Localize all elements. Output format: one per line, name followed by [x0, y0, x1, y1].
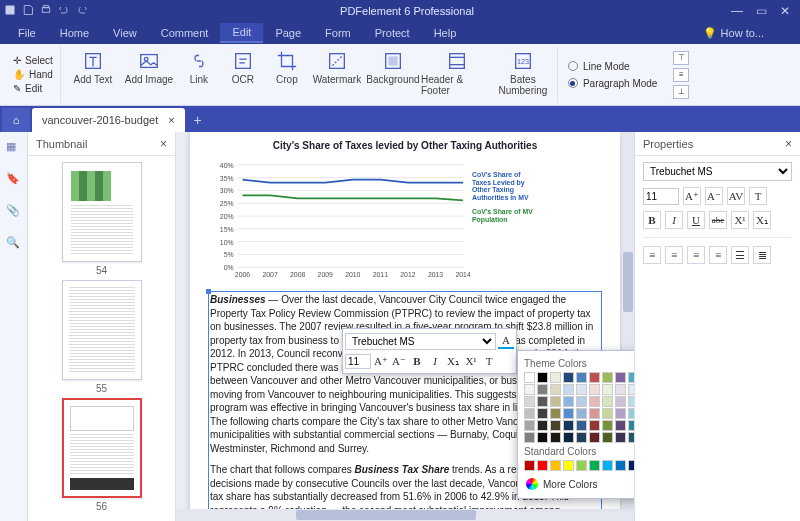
color-swatch[interactable] — [550, 408, 561, 419]
color-swatch[interactable] — [589, 420, 600, 431]
color-swatch[interactable] — [576, 396, 587, 407]
color-swatch[interactable] — [550, 432, 561, 443]
color-swatch[interactable] — [576, 432, 587, 443]
close-panel-icon[interactable]: × — [160, 137, 167, 151]
color-swatch[interactable] — [537, 384, 548, 395]
align-left-icon[interactable]: ≡ — [643, 246, 661, 264]
color-swatch[interactable] — [615, 432, 626, 443]
color-swatch[interactable] — [537, 372, 548, 383]
italic-icon[interactable]: I — [665, 211, 683, 229]
thumbnail-list[interactable]: 54 55 56 — [28, 156, 175, 521]
maximize-button[interactable]: ▭ — [750, 2, 772, 20]
color-swatch[interactable] — [628, 460, 634, 471]
color-swatch[interactable] — [563, 372, 574, 383]
color-swatch[interactable] — [589, 460, 600, 471]
more-colors-button[interactable]: More Colors — [524, 476, 634, 492]
thumbnail-item[interactable]: 54 — [60, 162, 144, 276]
color-swatch[interactable] — [563, 460, 574, 471]
color-swatch[interactable] — [576, 460, 587, 471]
edit-tool[interactable]: ✎Edit — [10, 82, 56, 95]
color-swatch[interactable] — [589, 432, 600, 443]
color-swatch[interactable] — [537, 396, 548, 407]
color-swatch[interactable] — [589, 372, 600, 383]
color-swatch[interactable] — [550, 420, 561, 431]
thumbnail-item[interactable]: 55 — [60, 280, 144, 394]
color-swatch[interactable] — [537, 460, 548, 471]
add-image-button[interactable]: Add Image — [121, 48, 177, 87]
superscript-icon[interactable]: X¹ — [731, 211, 749, 229]
float-font-select[interactable]: Trebuchet MS — [345, 333, 496, 350]
scroll-thumb[interactable] — [296, 510, 476, 520]
scroll-thumb[interactable] — [623, 252, 633, 312]
subscript-icon[interactable]: X₁ — [445, 353, 461, 369]
menu-edit[interactable]: Edit — [220, 23, 263, 43]
add-text-button[interactable]: Add Text — [65, 48, 121, 87]
color-swatch[interactable] — [563, 408, 574, 419]
hand-tool[interactable]: ✋Hand — [10, 68, 56, 81]
bookmark-panel-icon[interactable]: 🔖 — [6, 172, 22, 188]
color-swatch[interactable] — [524, 372, 535, 383]
color-swatch[interactable] — [524, 460, 535, 471]
color-swatch[interactable] — [615, 384, 626, 395]
color-swatch[interactable] — [589, 384, 600, 395]
menu-help[interactable]: Help — [422, 24, 469, 42]
color-swatch[interactable] — [628, 432, 634, 443]
horizontal-scrollbar[interactable] — [176, 509, 622, 521]
color-swatch[interactable] — [615, 372, 626, 383]
color-swatch[interactable] — [550, 460, 561, 471]
color-swatch[interactable] — [615, 420, 626, 431]
font-color-icon[interactable]: A — [498, 333, 514, 349]
subscript-icon[interactable]: X₁ — [753, 211, 771, 229]
tab-close-icon[interactable]: × — [168, 114, 174, 126]
add-tab-button[interactable]: + — [185, 108, 211, 132]
menu-form[interactable]: Form — [313, 24, 363, 42]
text-color-icon[interactable]: T — [749, 187, 767, 205]
color-swatch[interactable] — [602, 384, 613, 395]
save-icon[interactable] — [22, 4, 34, 18]
search-panel-icon[interactable]: 🔍 — [6, 236, 22, 252]
prop-size-input[interactable] — [643, 188, 679, 205]
grow-font-icon[interactable]: A⁺ — [683, 187, 701, 205]
thumbnail-panel-icon[interactable]: ▦ — [6, 140, 22, 156]
ocr-button[interactable]: OCR — [221, 48, 265, 87]
float-size-input[interactable] — [345, 354, 371, 369]
header-footer-button[interactable]: Header & Footer — [421, 48, 493, 98]
menu-page[interactable]: Page — [263, 24, 313, 42]
link-button[interactable]: Link — [177, 48, 221, 87]
align-top-icon[interactable]: ⊤ — [673, 51, 689, 65]
text-color-icon[interactable]: T — [481, 353, 497, 369]
how-to-search[interactable]: 💡 How to... — [703, 27, 764, 40]
shrink-font-icon[interactable]: A⁻ — [705, 187, 723, 205]
color-swatch[interactable] — [576, 372, 587, 383]
italic-icon[interactable]: I — [427, 353, 443, 369]
color-swatch[interactable] — [524, 396, 535, 407]
char-spacing-icon[interactable]: AV — [727, 187, 745, 205]
align-bottom-icon[interactable]: ⊥ — [673, 85, 689, 99]
menu-home[interactable]: Home — [48, 24, 101, 42]
redo-icon[interactable] — [76, 4, 88, 18]
color-swatch[interactable] — [602, 420, 613, 431]
color-swatch[interactable] — [628, 384, 634, 395]
menu-comment[interactable]: Comment — [149, 24, 221, 42]
color-swatch[interactable] — [550, 384, 561, 395]
color-swatch[interactable] — [576, 408, 587, 419]
color-swatch[interactable] — [628, 408, 634, 419]
line-mode-radio[interactable]: Line Mode — [568, 61, 658, 72]
menu-file[interactable]: File — [6, 24, 48, 42]
color-swatch[interactable] — [615, 396, 626, 407]
minimize-button[interactable]: — — [726, 2, 748, 20]
color-swatch[interactable] — [602, 432, 613, 443]
strikethrough-icon[interactable]: abc — [709, 211, 727, 229]
color-swatch[interactable] — [537, 408, 548, 419]
color-swatch[interactable] — [550, 396, 561, 407]
color-swatch[interactable] — [615, 408, 626, 419]
prop-font-select[interactable]: Trebuchet MS — [643, 162, 792, 181]
color-swatch[interactable] — [602, 460, 613, 471]
watermark-button[interactable]: Watermark — [309, 48, 365, 87]
color-swatch[interactable] — [628, 420, 634, 431]
print-icon[interactable] — [40, 4, 52, 18]
attachment-panel-icon[interactable]: 📎 — [6, 204, 22, 220]
color-swatch[interactable] — [602, 396, 613, 407]
color-swatch[interactable] — [589, 408, 600, 419]
color-swatch[interactable] — [524, 432, 535, 443]
